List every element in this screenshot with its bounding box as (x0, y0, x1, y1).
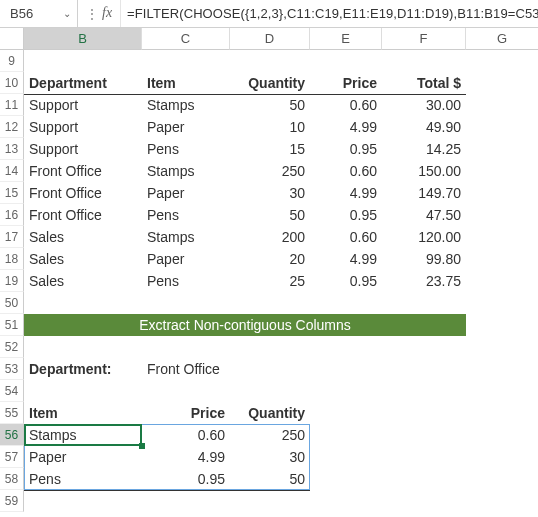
cell[interactable] (466, 336, 538, 358)
cell[interactable] (230, 50, 310, 72)
table-row[interactable]: Stamps (142, 160, 230, 182)
row-header[interactable]: 52 (0, 336, 24, 358)
cell[interactable] (382, 402, 466, 424)
out-row[interactable]: 30 (230, 446, 310, 468)
filter-value[interactable]: Front Office (142, 358, 230, 380)
cell[interactable] (230, 380, 310, 402)
cell[interactable] (466, 358, 538, 380)
table-row[interactable]: Sales (24, 270, 142, 292)
table-row[interactable]: 50 (230, 94, 310, 116)
cell[interactable] (24, 292, 142, 314)
cell[interactable] (382, 292, 466, 314)
row-header[interactable]: 13 (0, 138, 24, 160)
cell[interactable] (382, 380, 466, 402)
out-row[interactable]: 4.99 (142, 446, 230, 468)
cell[interactable] (466, 292, 538, 314)
table-row[interactable]: Support (24, 138, 142, 160)
oh-item[interactable]: Item (24, 402, 142, 424)
cell[interactable] (466, 182, 538, 204)
out-row[interactable]: 250 (230, 424, 310, 446)
table-row[interactable]: 47.50 (382, 204, 466, 226)
row-header[interactable]: 10 (0, 72, 24, 94)
cell[interactable] (310, 358, 382, 380)
table-row[interactable]: Support (24, 94, 142, 116)
table-row[interactable]: 23.75 (382, 270, 466, 292)
cell[interactable] (466, 380, 538, 402)
row-header[interactable]: 51 (0, 314, 24, 336)
table-row[interactable]: Pens (142, 270, 230, 292)
table-row[interactable]: Stamps (142, 94, 230, 116)
table-row[interactable]: 149.70 (382, 182, 466, 204)
table-row[interactable]: Pens (142, 204, 230, 226)
cell[interactable] (24, 490, 142, 512)
cell[interactable] (466, 72, 538, 94)
cell[interactable] (24, 380, 142, 402)
row-header[interactable]: 14 (0, 160, 24, 182)
cell[interactable] (466, 226, 538, 248)
h-item[interactable]: Item (142, 72, 230, 94)
row-header[interactable]: 50 (0, 292, 24, 314)
col-header-F[interactable]: F (382, 28, 466, 50)
out-row[interactable]: Paper (24, 446, 142, 468)
cell[interactable] (466, 490, 538, 512)
table-row[interactable]: 4.99 (310, 116, 382, 138)
table-row[interactable]: 0.60 (310, 226, 382, 248)
table-row[interactable]: Support (24, 116, 142, 138)
row-header[interactable]: 18 (0, 248, 24, 270)
cell[interactable] (466, 402, 538, 424)
h-total[interactable]: Total $ (382, 72, 466, 94)
col-header-D[interactable]: D (230, 28, 310, 50)
oh-qty[interactable]: Quantity (230, 402, 310, 424)
cell[interactable] (466, 314, 538, 336)
table-row[interactable]: Paper (142, 182, 230, 204)
table-row[interactable]: 14.25 (382, 138, 466, 160)
name-box[interactable]: B56 ⌄ (0, 0, 78, 27)
table-row[interactable]: Pens (142, 138, 230, 160)
table-row[interactable]: 30 (230, 182, 310, 204)
formula-input[interactable]: =FILTER(CHOOSE({1,2,3},C11:C19,E11:E19,D… (121, 6, 538, 21)
col-header-G[interactable]: G (466, 28, 538, 50)
table-row[interactable]: 0.95 (310, 270, 382, 292)
row-header[interactable]: 16 (0, 204, 24, 226)
table-row[interactable]: Paper (142, 248, 230, 270)
out-row[interactable]: 0.60 (142, 424, 230, 446)
table-row[interactable]: 0.60 (310, 160, 382, 182)
table-row[interactable]: 0.95 (310, 204, 382, 226)
col-header-C[interactable]: C (142, 28, 230, 50)
cell[interactable] (142, 50, 230, 72)
cell[interactable] (382, 468, 466, 490)
cell[interactable] (142, 292, 230, 314)
out-row[interactable]: Stamps (24, 424, 142, 446)
out-row[interactable]: 0.95 (142, 468, 230, 490)
cell[interactable] (230, 490, 310, 512)
row-header[interactable]: 19 (0, 270, 24, 292)
cell[interactable] (310, 292, 382, 314)
fx-button[interactable]: ⋮ fx (78, 0, 121, 27)
row-header[interactable]: 11 (0, 94, 24, 116)
table-row[interactable]: 250 (230, 160, 310, 182)
cell[interactable] (310, 380, 382, 402)
table-row[interactable]: Sales (24, 226, 142, 248)
h-price[interactable]: Price (310, 72, 382, 94)
table-row[interactable]: 200 (230, 226, 310, 248)
cell[interactable] (466, 248, 538, 270)
cell[interactable] (142, 490, 230, 512)
cell[interactable] (466, 50, 538, 72)
h-quantity[interactable]: Quantity (230, 72, 310, 94)
cell[interactable] (142, 336, 230, 358)
table-row[interactable]: 10 (230, 116, 310, 138)
table-row[interactable]: Sales (24, 248, 142, 270)
row-header[interactable]: 56 (0, 424, 24, 446)
cell[interactable] (310, 424, 382, 446)
cell[interactable] (142, 380, 230, 402)
table-row[interactable]: 4.99 (310, 182, 382, 204)
row-header[interactable]: 9 (0, 50, 24, 72)
row-header[interactable]: 59 (0, 490, 24, 512)
cell[interactable] (310, 402, 382, 424)
table-row[interactable]: 25 (230, 270, 310, 292)
col-header-E[interactable]: E (310, 28, 382, 50)
cell[interactable] (466, 446, 538, 468)
table-row[interactable]: 99.80 (382, 248, 466, 270)
row-header[interactable]: 54 (0, 380, 24, 402)
cell[interactable] (466, 204, 538, 226)
